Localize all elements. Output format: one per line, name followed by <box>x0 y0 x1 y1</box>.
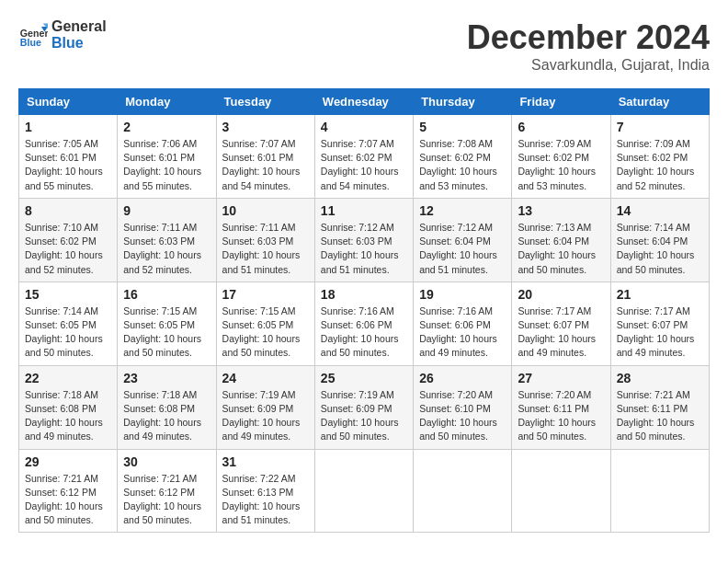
day-number: 19 <box>419 287 506 302</box>
day-number: 25 <box>321 371 407 385</box>
day-number: 21 <box>617 287 703 302</box>
day-info: Sunrise: 7:17 AM Sunset: 6:07 PM Dayligh… <box>617 304 703 361</box>
calendar-cell-day-3: 3 Sunrise: 7:07 AM Sunset: 6:01 PM Dayli… <box>216 115 314 199</box>
calendar-cell-day-22: 22 Sunrise: 7:18 AM Sunset: 6:08 PM Dayl… <box>19 365 118 449</box>
col-saturday: Saturday <box>610 89 709 115</box>
day-number: 28 <box>617 371 703 385</box>
day-info: Sunrise: 7:21 AM Sunset: 6:12 PM Dayligh… <box>123 472 210 528</box>
day-info: Sunrise: 7:22 AM Sunset: 6:13 PM Dayligh… <box>222 472 309 528</box>
col-thursday: Thursday <box>414 89 512 115</box>
day-number: 1 <box>25 120 111 134</box>
calendar-row: 22 Sunrise: 7:18 AM Sunset: 6:08 PM Dayl… <box>19 365 710 449</box>
calendar-cell-day-2: 2 Sunrise: 7:06 AM Sunset: 6:01 PM Dayli… <box>118 115 216 199</box>
day-number: 16 <box>123 287 210 302</box>
day-number: 31 <box>222 454 309 469</box>
day-info: Sunrise: 7:05 AM Sunset: 6:01 PM Dayligh… <box>25 137 111 193</box>
day-number: 18 <box>321 287 407 302</box>
calendar-cell-day-14: 14 Sunrise: 7:14 AM Sunset: 6:04 PM Dayl… <box>610 198 709 282</box>
col-sunday: Sunday <box>19 89 118 115</box>
day-info: Sunrise: 7:18 AM Sunset: 6:08 PM Dayligh… <box>25 388 111 444</box>
day-number: 10 <box>222 203 309 218</box>
day-info: Sunrise: 7:14 AM Sunset: 6:04 PM Dayligh… <box>617 221 703 277</box>
logo: General Blue General Blue <box>18 18 107 51</box>
calendar-cell-day-29: 29 Sunrise: 7:21 AM Sunset: 6:12 PM Dayl… <box>19 449 118 533</box>
calendar-cell-day-18: 18 Sunrise: 7:16 AM Sunset: 6:06 PM Dayl… <box>314 282 413 365</box>
location-subtitle: Savarkundla, Gujarat, India <box>467 57 710 74</box>
calendar-cell-day-12: 12 Sunrise: 7:12 AM Sunset: 6:04 PM Dayl… <box>414 198 512 282</box>
day-number: 15 <box>25 287 111 302</box>
calendar-cell-day-30: 30 Sunrise: 7:21 AM Sunset: 6:12 PM Dayl… <box>118 449 216 533</box>
col-monday: Monday <box>118 89 216 115</box>
day-info: Sunrise: 7:10 AM Sunset: 6:02 PM Dayligh… <box>25 221 111 277</box>
day-info: Sunrise: 7:18 AM Sunset: 6:08 PM Dayligh… <box>123 388 210 444</box>
day-info: Sunrise: 7:11 AM Sunset: 6:03 PM Dayligh… <box>123 221 210 277</box>
day-info: Sunrise: 7:19 AM Sunset: 6:09 PM Dayligh… <box>222 388 309 444</box>
empty-cell <box>314 449 413 533</box>
day-info: Sunrise: 7:07 AM Sunset: 6:01 PM Dayligh… <box>222 137 309 193</box>
empty-cell <box>610 449 709 533</box>
calendar-cell-day-1: 1 Sunrise: 7:05 AM Sunset: 6:01 PM Dayli… <box>19 115 118 199</box>
title-area: December 2024 Savarkundla, Gujarat, Indi… <box>467 18 710 74</box>
calendar-cell-day-13: 13 Sunrise: 7:13 AM Sunset: 6:04 PM Dayl… <box>512 198 610 282</box>
calendar-cell-day-6: 6 Sunrise: 7:09 AM Sunset: 6:02 PM Dayli… <box>512 115 610 199</box>
empty-cell <box>414 449 512 533</box>
calendar-cell-day-7: 7 Sunrise: 7:09 AM Sunset: 6:02 PM Dayli… <box>610 115 709 199</box>
day-info: Sunrise: 7:09 AM Sunset: 6:02 PM Dayligh… <box>518 137 604 193</box>
calendar-cell-day-16: 16 Sunrise: 7:15 AM Sunset: 6:05 PM Dayl… <box>118 282 216 365</box>
day-number: 4 <box>321 120 407 134</box>
day-number: 30 <box>123 454 210 469</box>
day-number: 23 <box>123 371 210 385</box>
calendar-cell-day-25: 25 Sunrise: 7:19 AM Sunset: 6:09 PM Dayl… <box>314 365 413 449</box>
day-info: Sunrise: 7:17 AM Sunset: 6:07 PM Dayligh… <box>518 304 604 361</box>
calendar-cell-day-11: 11 Sunrise: 7:12 AM Sunset: 6:03 PM Dayl… <box>314 198 413 282</box>
day-number: 3 <box>222 120 309 134</box>
day-info: Sunrise: 7:21 AM Sunset: 6:12 PM Dayligh… <box>25 472 111 528</box>
calendar-cell-day-5: 5 Sunrise: 7:08 AM Sunset: 6:02 PM Dayli… <box>414 115 512 199</box>
day-info: Sunrise: 7:12 AM Sunset: 6:04 PM Dayligh… <box>419 221 506 277</box>
calendar-cell-day-4: 4 Sunrise: 7:07 AM Sunset: 6:02 PM Dayli… <box>314 115 413 199</box>
calendar-row: 29 Sunrise: 7:21 AM Sunset: 6:12 PM Dayl… <box>19 449 710 533</box>
day-info: Sunrise: 7:20 AM Sunset: 6:10 PM Dayligh… <box>419 388 506 444</box>
calendar-row: 15 Sunrise: 7:14 AM Sunset: 6:05 PM Dayl… <box>19 282 710 365</box>
col-tuesday: Tuesday <box>216 89 314 115</box>
calendar-row: 1 Sunrise: 7:05 AM Sunset: 6:01 PM Dayli… <box>19 115 710 199</box>
calendar-cell-day-9: 9 Sunrise: 7:11 AM Sunset: 6:03 PM Dayli… <box>118 198 216 282</box>
day-number: 9 <box>123 203 210 218</box>
calendar-cell-day-27: 27 Sunrise: 7:20 AM Sunset: 6:11 PM Dayl… <box>512 365 610 449</box>
day-info: Sunrise: 7:20 AM Sunset: 6:11 PM Dayligh… <box>518 388 604 444</box>
calendar-cell-day-23: 23 Sunrise: 7:18 AM Sunset: 6:08 PM Dayl… <box>118 365 216 449</box>
day-number: 13 <box>518 203 604 218</box>
day-info: Sunrise: 7:15 AM Sunset: 6:05 PM Dayligh… <box>222 304 309 361</box>
calendar-cell-day-15: 15 Sunrise: 7:14 AM Sunset: 6:05 PM Dayl… <box>19 282 118 365</box>
day-info: Sunrise: 7:09 AM Sunset: 6:02 PM Dayligh… <box>617 137 703 193</box>
calendar-cell-day-24: 24 Sunrise: 7:19 AM Sunset: 6:09 PM Dayl… <box>216 365 314 449</box>
calendar-cell-day-26: 26 Sunrise: 7:20 AM Sunset: 6:10 PM Dayl… <box>414 365 512 449</box>
day-info: Sunrise: 7:12 AM Sunset: 6:03 PM Dayligh… <box>321 221 407 277</box>
logo-general: General <box>51 18 107 35</box>
calendar-cell-day-8: 8 Sunrise: 7:10 AM Sunset: 6:02 PM Dayli… <box>19 198 118 282</box>
day-info: Sunrise: 7:06 AM Sunset: 6:01 PM Dayligh… <box>123 137 210 193</box>
calendar-cell-day-19: 19 Sunrise: 7:16 AM Sunset: 6:06 PM Dayl… <box>414 282 512 365</box>
day-number: 5 <box>419 120 506 134</box>
logo-icon: General Blue <box>18 20 48 50</box>
day-number: 6 <box>518 120 604 134</box>
svg-text:Blue: Blue <box>20 37 41 48</box>
page-header: General Blue General Blue December 2024 … <box>18 18 710 74</box>
day-number: 17 <box>222 287 309 302</box>
day-info: Sunrise: 7:13 AM Sunset: 6:04 PM Dayligh… <box>518 221 604 277</box>
day-number: 7 <box>617 120 703 134</box>
calendar-body: 1 Sunrise: 7:05 AM Sunset: 6:01 PM Dayli… <box>19 115 710 533</box>
day-info: Sunrise: 7:11 AM Sunset: 6:03 PM Dayligh… <box>222 221 309 277</box>
logo-blue: Blue <box>51 35 107 52</box>
day-number: 26 <box>419 371 506 385</box>
day-number: 22 <box>25 371 111 385</box>
col-friday: Friday <box>512 89 610 115</box>
day-info: Sunrise: 7:14 AM Sunset: 6:05 PM Dayligh… <box>25 304 111 361</box>
calendar-header-row: Sunday Monday Tuesday Wednesday Thursday… <box>19 89 710 115</box>
day-info: Sunrise: 7:07 AM Sunset: 6:02 PM Dayligh… <box>321 137 407 193</box>
calendar-cell-day-10: 10 Sunrise: 7:11 AM Sunset: 6:03 PM Dayl… <box>216 198 314 282</box>
day-info: Sunrise: 7:15 AM Sunset: 6:05 PM Dayligh… <box>123 304 210 361</box>
empty-cell <box>512 449 610 533</box>
day-number: 29 <box>25 454 111 469</box>
day-number: 2 <box>123 120 210 134</box>
